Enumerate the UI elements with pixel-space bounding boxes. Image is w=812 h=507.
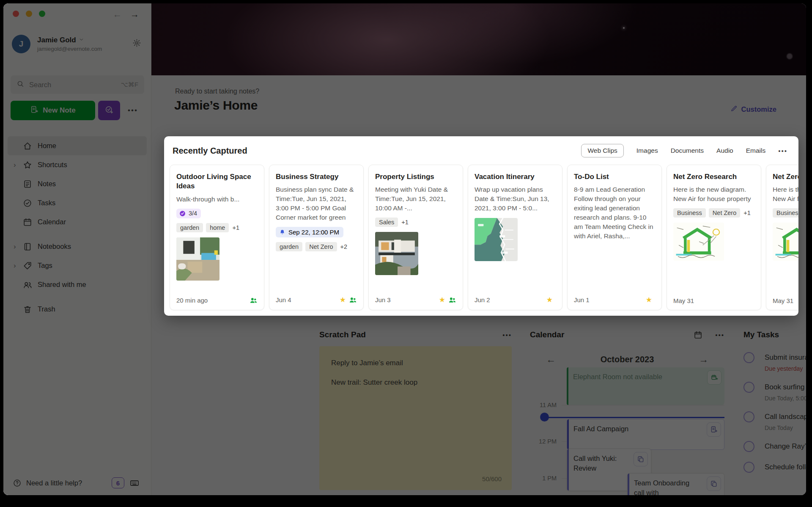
sidebar-nav: Home›ShortcutsNotesTasksCalendar›Noteboo… — [8, 136, 147, 319]
sidebar-more-button[interactable]: ••• — [128, 106, 138, 115]
settings-gear-icon[interactable] — [132, 39, 143, 50]
prev-month-icon[interactable]: ← — [546, 354, 556, 365]
copy-icon[interactable] — [634, 452, 648, 466]
tag-pill[interactable]: Business — [773, 208, 798, 218]
note-card[interactable]: Business StrategyBusiness plan sync Date… — [269, 165, 364, 310]
calendar-event-onboard[interactable]: Team Onboarding call with — [627, 473, 724, 495]
account-switcher[interactable]: J Jamie Gold jamiegold@evernote.com — [12, 35, 143, 53]
calendar-event-room[interactable]: Elephant Room not available — [567, 367, 724, 405]
task-content: Book surfing lessons for AveryDue Today,… — [765, 382, 806, 402]
task-checkbox[interactable] — [743, 462, 754, 473]
recently-captured-title: Recently Captured — [173, 146, 581, 156]
star-icon: ★ — [340, 295, 346, 304]
tag-overflow-count[interactable]: +1 — [743, 209, 751, 216]
task-title: Call landscaper — [765, 411, 806, 422]
tag-pill[interactable]: Business — [673, 208, 706, 218]
task-checkbox[interactable] — [743, 352, 754, 363]
next-month-icon[interactable]: → — [699, 354, 708, 365]
recently-captured-more-button[interactable]: ••• — [778, 147, 787, 154]
help-count-badge[interactable]: 6 — [112, 477, 124, 488]
expand-chevron-icon[interactable]: › — [14, 161, 23, 169]
sidebar-item-shared-with-me[interactable]: Shared with me — [8, 275, 147, 294]
sidebar-item-tasks[interactable]: Tasks — [8, 193, 147, 212]
close-window-button[interactable] — [13, 11, 19, 17]
tab-images[interactable]: Images — [636, 144, 658, 157]
note-add-icon[interactable] — [707, 422, 721, 437]
zoom-window-button[interactable] — [39, 11, 45, 17]
tag-pill[interactable]: home — [206, 223, 229, 232]
keyboard-shortcuts-icon[interactable] — [129, 478, 140, 488]
help-question-icon[interactable] — [13, 479, 22, 488]
current-time-line — [545, 417, 724, 418]
tag-pill[interactable]: garden — [276, 242, 302, 251]
calendar-icon[interactable] — [694, 331, 702, 339]
note-icon — [23, 179, 32, 189]
new-note-button[interactable]: New Note — [11, 101, 95, 120]
note-card-title: Property Listings — [375, 172, 434, 182]
chevron-down-icon — [79, 37, 84, 42]
tab-web-clips[interactable]: Web Clips — [581, 144, 623, 157]
tab-documents[interactable]: Documents — [671, 144, 704, 157]
calendar-widget: Calendar ••• ← October 2023 → 11 AM12 PM… — [530, 330, 724, 495]
tag-overflow-count[interactable]: +2 — [340, 243, 348, 250]
calendar-add-icon[interactable] — [707, 370, 721, 385]
new-task-button[interactable] — [98, 101, 120, 120]
nav-forward-icon[interactable]: → — [130, 9, 139, 19]
tag-pill[interactable]: garden — [176, 223, 203, 232]
sidebar-item-home[interactable]: Home — [8, 136, 147, 155]
note-thumbnail-patio-photo — [176, 237, 219, 281]
tag-overflow-count[interactable]: +1 — [232, 224, 239, 231]
sidebar-item-trash[interactable]: Trash — [8, 300, 147, 319]
scratch-pad-more-button[interactable]: ••• — [502, 331, 512, 339]
note-card-snippet: Meeting with Yuki Date & Time:Tue, Jun 1… — [375, 185, 456, 213]
sidebar-item-label: Tasks — [38, 199, 55, 207]
search-icon — [16, 80, 24, 89]
task-checkbox[interactable] — [743, 411, 754, 422]
search-placeholder: Search — [29, 81, 121, 89]
note-date: 20 min ago — [176, 297, 250, 304]
expand-chevron-icon[interactable]: › — [14, 262, 23, 270]
tab-audio[interactable]: Audio — [716, 144, 733, 157]
calendar-event-campaign[interactable]: Fall Ad Campaign — [567, 419, 724, 450]
note-card-snippet: Wrap up vacation plans Date & Time:Sun, … — [475, 185, 556, 213]
task-checkbox[interactable] — [743, 441, 754, 452]
copy-icon[interactable] — [707, 477, 721, 491]
home-icon — [23, 141, 32, 151]
task-checkbox[interactable] — [743, 382, 754, 393]
customize-button[interactable]: Customize — [730, 105, 776, 114]
note-card[interactable]: Outdoor Living Space IdeasWalk-through w… — [170, 165, 264, 310]
calendar-icon — [23, 218, 32, 227]
avatar: J — [12, 35, 30, 53]
note-card[interactable]: To-Do List8-9 am Lead Generation Follow … — [567, 165, 662, 310]
sidebar-item-tags[interactable]: ›Tags — [8, 256, 147, 275]
current-time-dot — [540, 413, 549, 422]
tag-overflow-count[interactable]: +1 — [401, 219, 409, 226]
task-row: Change Ray’s doctor’s app — [743, 441, 806, 452]
tab-emails[interactable]: Emails — [746, 144, 766, 157]
note-card-snippet: Business plan sync Date & Time:Tue, Jun … — [276, 185, 357, 222]
calendar-more-button[interactable]: ••• — [715, 331, 724, 339]
scratch-pad-textarea[interactable]: Reply to Jamie’s emailNew trail: Sutter … — [319, 346, 512, 490]
note-card[interactable]: Net Zero ResearchHere is the new diagram… — [766, 165, 798, 310]
window-controls — [13, 11, 45, 17]
note-card[interactable]: Property ListingsMeeting with Yuki Date … — [368, 165, 463, 310]
sidebar-item-notebooks[interactable]: ›Notebooks — [8, 237, 147, 256]
task-row: Call landscaperDue Today — [743, 411, 806, 431]
copy-icon — [637, 455, 645, 463]
tag-pill[interactable]: Net Zero — [305, 242, 337, 251]
expand-chevron-icon[interactable]: › — [14, 242, 23, 251]
tag-pill[interactable]: Net Zero — [709, 208, 740, 218]
help-label[interactable]: Need a little help? — [26, 479, 112, 487]
sidebar-item-shortcuts[interactable]: ›Shortcuts — [8, 155, 147, 174]
note-card[interactable]: Net Zero ResearchHere is the new diagram… — [667, 165, 761, 310]
note-card[interactable]: Vacation ItineraryWrap up vacation plans… — [468, 165, 562, 310]
note-thumbnail-diagram-sketch — [773, 223, 798, 261]
hour-gridline — [562, 405, 724, 405]
search-input[interactable]: Search ⌥⌘F — [11, 75, 144, 94]
sidebar-item-calendar[interactable]: Calendar — [8, 212, 147, 231]
tag-pill[interactable]: Sales — [375, 218, 398, 227]
nav-back-icon[interactable]: ← — [113, 9, 122, 19]
minimize-window-button[interactable] — [26, 11, 32, 17]
star-decoration — [623, 27, 625, 29]
sidebar-item-notes[interactable]: Notes — [8, 174, 147, 193]
